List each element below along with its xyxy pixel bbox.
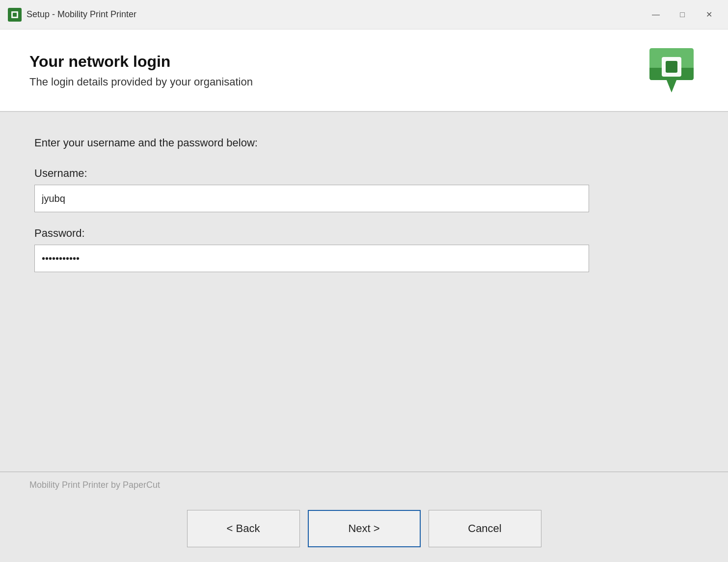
maximize-button[interactable]: □ bbox=[671, 6, 694, 24]
password-input[interactable] bbox=[34, 245, 589, 272]
svg-rect-1 bbox=[13, 13, 17, 17]
page-title: Your network login bbox=[29, 53, 253, 71]
instruction-text: Enter your username and the password bel… bbox=[34, 137, 694, 149]
username-group: Username: bbox=[34, 167, 694, 212]
footer-buttons: < Back Next > Cancel bbox=[29, 500, 699, 562]
app-icon bbox=[8, 8, 22, 22]
close-button[interactable]: ✕ bbox=[698, 6, 720, 24]
window-controls: — □ ✕ bbox=[645, 6, 720, 24]
title-bar: Setup - Mobility Print Printer — □ ✕ bbox=[0, 0, 728, 29]
password-label: Password: bbox=[34, 227, 694, 240]
minimize-button[interactable]: — bbox=[645, 6, 667, 24]
cancel-button[interactable]: Cancel bbox=[429, 510, 541, 547]
password-group: Password: bbox=[34, 227, 694, 272]
back-button[interactable]: < Back bbox=[187, 510, 300, 547]
main-content: Enter your username and the password bel… bbox=[0, 112, 728, 472]
header-text: Your network login The login details pro… bbox=[29, 53, 253, 88]
footer-brand: Mobility Print Printer by PaperCut bbox=[29, 480, 699, 490]
window-title: Setup - Mobility Print Printer bbox=[27, 9, 645, 20]
username-input[interactable] bbox=[34, 185, 589, 212]
next-button[interactable]: Next > bbox=[308, 510, 421, 547]
svg-rect-3 bbox=[666, 61, 677, 73]
papercut-logo bbox=[645, 43, 699, 97]
page-subtitle: The login details provided by your organ… bbox=[29, 76, 253, 88]
header-section: Your network login The login details pro… bbox=[0, 29, 728, 112]
username-label: Username: bbox=[34, 167, 694, 180]
footer-section: Mobility Print Printer by PaperCut < Bac… bbox=[0, 472, 728, 562]
